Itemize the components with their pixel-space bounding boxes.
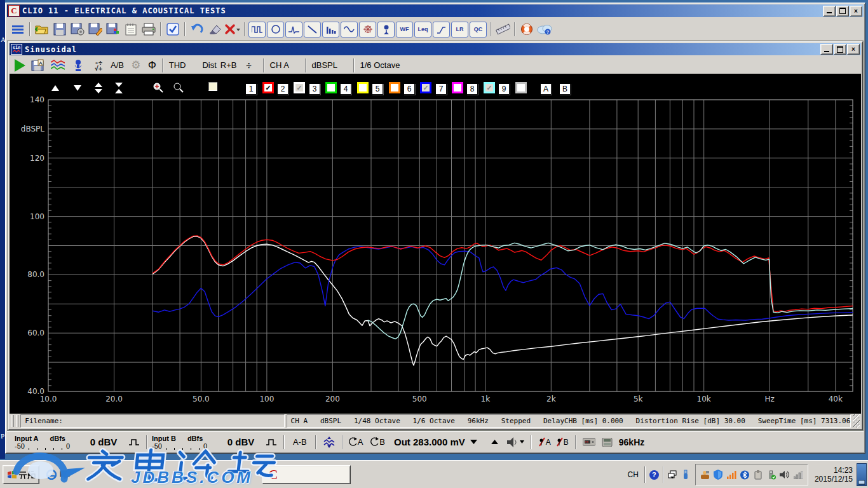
signal-orange-tray-icon[interactable] [726, 470, 737, 480]
sine-icon[interactable] [341, 22, 358, 37]
fw-device-icon[interactable] [583, 438, 595, 446]
curve-slot-1-label[interactable]: 1 [245, 83, 257, 95]
output-dropdown-icon[interactable] [470, 440, 477, 444]
language-indicator[interactable]: CH [628, 470, 639, 479]
qc-icon[interactable]: QC [470, 22, 487, 37]
curve-8-checkbox[interactable]: ✓ [484, 82, 495, 93]
mic-a-button[interactable]: A [538, 437, 551, 447]
signal-gray-tray-icon[interactable] [793, 470, 804, 480]
curve-slot-8-label[interactable]: 8 [466, 83, 478, 95]
curve-6-checkbox[interactable]: ✓ [420, 82, 431, 93]
usb-stick-icon[interactable] [681, 470, 691, 480]
save-settings-icon[interactable] [69, 22, 86, 37]
curve-slot-6-label[interactable]: 6 [403, 83, 415, 95]
shield-tray-icon[interactable] [713, 470, 724, 480]
dist-button[interactable]: Dist [202, 60, 216, 70]
sinusoidal-icon[interactable] [267, 22, 284, 37]
maximize-button[interactable] [836, 6, 849, 17]
quicklaunch-ie-icon[interactable] [46, 470, 57, 480]
main-title-bar[interactable]: C CLIO 11 - ELECTRICAL & ACOUSTICAL TEST… [7, 4, 864, 17]
curve-slot-7-label[interactable]: 7 [435, 83, 447, 95]
curve-1-checkbox[interactable]: ✓ [262, 82, 274, 93]
speaker-dropdown-icon[interactable] [520, 440, 524, 444]
rta-bars-icon[interactable] [322, 22, 339, 37]
quicklaunch-desktop-icon[interactable] [59, 470, 70, 480]
autoscale-wave-icon[interactable] [323, 437, 335, 448]
curve-slot-3-label[interactable]: 3 [309, 83, 320, 95]
usb-ok-tray-icon[interactable] [766, 470, 777, 480]
mic-b-button[interactable]: B [556, 437, 569, 447]
window-restore-tray-icon[interactable] [667, 470, 678, 480]
clio-taskbar-button[interactable]: C [262, 465, 351, 484]
microphone-settings-icon[interactable] [70, 58, 86, 73]
input-a-sensitivity[interactable]: 0 dBV [83, 437, 124, 447]
show-desktop-button[interactable] [857, 463, 867, 486]
polar-icon[interactable] [359, 22, 376, 37]
menu-icon[interactable] [10, 22, 26, 37]
sinusoidal-maximize-button[interactable] [834, 44, 846, 55]
close-button[interactable]: × [850, 6, 862, 17]
speaker-icon[interactable] [507, 437, 517, 447]
curve-5-checkbox[interactable] [389, 82, 400, 93]
save-icon[interactable] [51, 22, 68, 37]
input-a-coupling-icon[interactable] [129, 438, 139, 446]
ruler-icon[interactable] [494, 22, 511, 37]
curve-3-checkbox[interactable] [325, 82, 337, 93]
save-graphics-icon[interactable] [105, 22, 121, 37]
curves-overlay-icon[interactable] [50, 58, 66, 73]
mls-icon[interactable] [248, 22, 266, 37]
curve-7-checkbox[interactable] [452, 82, 463, 93]
curve-slot-4-label[interactable]: 4 [340, 83, 351, 95]
curve-slot-9-label[interactable]: 9 [498, 83, 510, 95]
autosave-icon[interactable]: A [29, 58, 46, 73]
phase-button[interactable]: Φ [148, 60, 156, 71]
a-minus-b-button[interactable]: A-B [293, 437, 307, 447]
minimize-button[interactable] [823, 6, 836, 17]
math-operations-icon[interactable]: -÷√+ [90, 58, 107, 73]
sample-rate-display[interactable]: 96kHz [619, 437, 644, 447]
resize-grip[interactable] [853, 414, 860, 428]
unit-select[interactable]: dBSPL [312, 60, 348, 70]
soundcard-device-icon[interactable] [602, 438, 613, 447]
taskbar-clock[interactable]: 14:23 2015/12/15 [815, 466, 853, 484]
mic-icon[interactable] [377, 22, 395, 37]
help-lifebuoy-icon[interactable] [519, 22, 535, 37]
curve-slot-5-label[interactable]: 5 [372, 83, 383, 95]
divide-scale-icon[interactable]: ∻ [241, 58, 257, 73]
wf-icon[interactable]: WF [396, 22, 413, 37]
sinusoidal-minimize-button[interactable] [820, 44, 833, 55]
lr-icon[interactable]: LR [451, 22, 468, 37]
ramp-icon[interactable] [433, 22, 450, 37]
settings-gear-icon[interactable]: ⚙ [128, 58, 144, 73]
print-icon[interactable] [140, 22, 157, 37]
input-b-coupling-icon[interactable] [266, 438, 276, 446]
verify-check-icon[interactable] [165, 22, 181, 37]
input-b-sensitivity[interactable]: 0 dBV [220, 437, 261, 447]
curve-4-checkbox[interactable] [357, 82, 369, 93]
save-notes-icon[interactable] [87, 22, 104, 37]
user-tool-tray-icon[interactable] [700, 470, 710, 480]
start-button[interactable] [3, 465, 39, 484]
notepad-icon[interactable] [123, 22, 139, 37]
curve-slot-2-label[interactable]: 2 [277, 83, 288, 95]
leq-icon[interactable]: Leq [414, 22, 431, 37]
thd-button[interactable]: THD [169, 60, 186, 70]
curve-2-checkbox[interactable]: ✓ [294, 82, 305, 93]
help-tray-icon[interactable]: ? [649, 470, 660, 480]
output-level-display[interactable]: Out 283.000 mV [394, 437, 465, 447]
eraser-icon[interactable] [207, 22, 223, 37]
bluetooth-tray-icon[interactable] [740, 470, 750, 480]
cloud-help-icon[interactable]: ? [536, 22, 553, 37]
open-folder-icon[interactable] [34, 22, 50, 37]
start-measurement-button[interactable] [15, 59, 25, 72]
ab-compare-button[interactable]: A/B [111, 60, 124, 70]
output-up-icon[interactable] [491, 440, 498, 444]
sinusoidal-title-bar[interactable]: sin Sinusoidal × [10, 43, 861, 55]
impulse-icon[interactable] [285, 22, 302, 37]
undo-icon[interactable] [189, 22, 205, 37]
rub-buzz-button[interactable]: R+B [220, 60, 237, 70]
delete-x-icon[interactable] [224, 22, 241, 37]
clipboard-tray-icon[interactable] [753, 470, 764, 480]
sinusoidal-close-button[interactable]: × [847, 44, 860, 55]
channel-select[interactable]: CH A [270, 60, 299, 70]
